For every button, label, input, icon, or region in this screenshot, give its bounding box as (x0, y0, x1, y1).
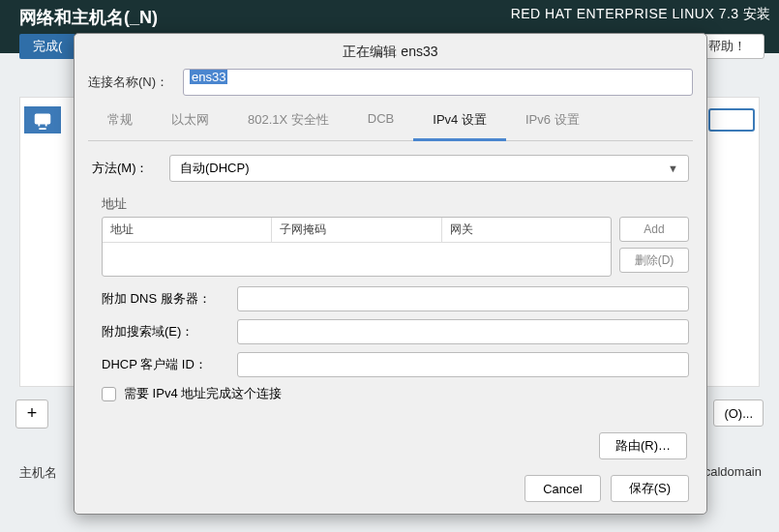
chevron-down-icon: ▼ (668, 163, 678, 174)
tab-8021x[interactable]: 802.1X 安全性 (228, 103, 348, 140)
dhcp-client-label: DHCP 客户端 ID： (102, 356, 237, 373)
col-gateway: 网关 (442, 218, 611, 242)
done-button[interactable]: 完成( (19, 34, 75, 59)
connection-toggle[interactable] (708, 108, 755, 132)
hostname-label: 主机名 (19, 464, 57, 482)
add-address-button[interactable]: Add (619, 217, 689, 242)
connection-name-input[interactable]: ens33 (183, 69, 693, 96)
method-select[interactable]: 自动(DHCP) ▼ (169, 155, 689, 182)
page-title: 网络和主机名(_N) (19, 6, 158, 29)
dialog-title: 正在编辑 ens33 (75, 34, 706, 69)
save-button[interactable]: 保存(S) (611, 475, 689, 502)
dns-label: 附加 DNS 服务器： (102, 290, 237, 308)
tab-ethernet[interactable]: 以太网 (152, 103, 228, 140)
settings-tabs: 常规 以太网 802.1X 安全性 DCB IPv4 设置 IPv6 设置 (88, 103, 693, 141)
configure-button[interactable]: (O)... (713, 399, 764, 427)
address-table[interactable]: 地址 子网掩码 网关 (102, 217, 612, 277)
require-ipv4-checkbox[interactable] (102, 387, 116, 401)
tab-ipv4[interactable]: IPv4 设置 (413, 103, 506, 141)
col-address: 地址 (103, 218, 272, 242)
connection-name-label: 连接名称(N)： (88, 74, 183, 91)
tab-ipv6[interactable]: IPv6 设置 (506, 103, 599, 140)
dns-input[interactable] (237, 286, 689, 311)
cancel-button[interactable]: Cancel (524, 475, 600, 502)
address-section-label: 地址 (92, 195, 689, 213)
delete-address-button[interactable]: 删除(D) (619, 248, 689, 273)
search-domain-label: 附加搜索域(E)： (102, 323, 237, 340)
edit-connection-dialog: 正在编辑 ens33 连接名称(N)： ens33 常规 以太网 802.1X … (74, 33, 707, 515)
tab-dcb[interactable]: DCB (348, 103, 413, 140)
ethernet-icon (24, 106, 61, 133)
svg-rect-0 (36, 115, 50, 124)
col-netmask: 子网掩码 (272, 218, 441, 242)
search-domain-input[interactable] (237, 319, 689, 344)
add-interface-button[interactable]: + (15, 399, 48, 429)
tab-general[interactable]: 常规 (88, 103, 152, 140)
routes-button[interactable]: 路由(R)… (599, 432, 687, 459)
distro-subtitle: RED HAT ENTERPRISE LINUX 7.3 安装 (511, 6, 771, 23)
require-ipv4-label: 需要 IPv4 地址完成这个连接 (124, 385, 282, 402)
method-label: 方法(M)： (92, 160, 169, 177)
dhcp-client-input[interactable] (237, 352, 689, 377)
